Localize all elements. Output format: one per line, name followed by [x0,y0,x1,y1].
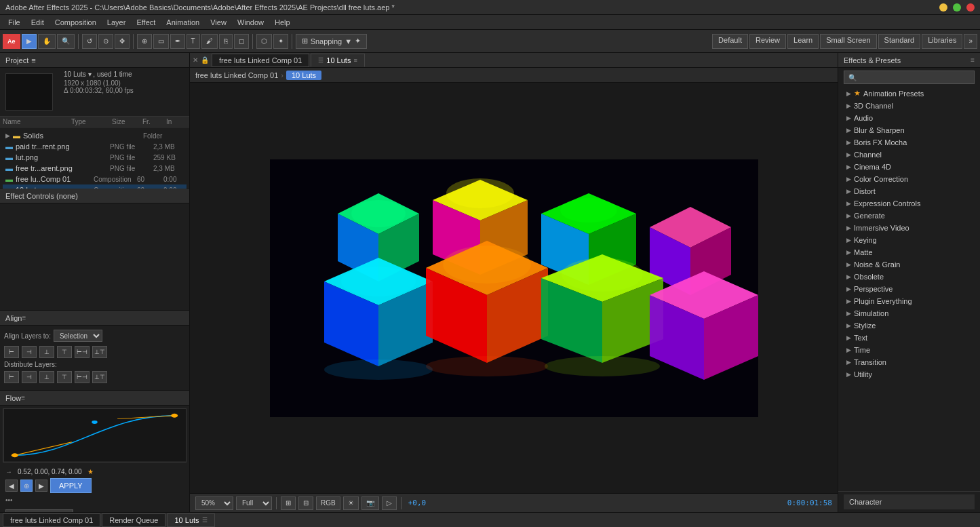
dist-bottom-btn[interactable]: ⊥⊤ [92,371,107,383]
eraser-tool[interactable]: ◻ [234,34,249,49]
selection-tool[interactable]: ▶ [22,34,37,49]
preset-add-btn[interactable]: + [76,511,81,512]
file-lut[interactable]: ▬ lut.png PNG file 259 KB [3,152,187,163]
roto-tool[interactable]: ⬡ [256,34,272,49]
rotate-tool[interactable]: ↺ [82,34,97,49]
preview-toggle-btn[interactable]: ▷ [382,496,397,510]
workspace-libraries[interactable]: Libraries [922,34,962,49]
menu-layer[interactable]: Layer [102,17,132,28]
effect-time[interactable]: ▶ Time [838,344,980,356]
preset-select[interactable]: default [5,509,73,512]
comp-tab-linked[interactable]: free luts Linked Comp 01 [212,54,309,67]
timeline-tab-10luts[interactable]: 10 Luts ☰ [167,513,214,527]
comp-tab-close-icon[interactable]: ✕ [193,56,198,64]
breadcrumb-linked[interactable]: free luts Linked Comp 01 [195,71,278,79]
menu-effect[interactable]: Effect [131,17,161,28]
align-top-btn[interactable]: ⊤ [57,346,72,358]
effect-immersive[interactable]: ▶ Immersive Video [838,222,980,234]
effect-expression[interactable]: ▶ Expression Controls [838,197,980,210]
effect-boris[interactable]: ▶ Boris FX Mocha [838,136,980,149]
workspace-more[interactable]: » [964,34,977,49]
exposure-btn[interactable]: ☀ [343,496,359,510]
file-freelucomp[interactable]: ▬ free lu..Comp 01 Composition 60 0:00 [3,174,187,184]
file-free-tr[interactable]: ▬ free tr...arent.png PNG file 2,3 MB [3,163,187,174]
flow-graph[interactable] [3,408,187,463]
zoom-select[interactable]: 50% 100% 200% [195,496,233,510]
flow-prev-btn[interactable]: ◀ [5,480,18,492]
effect-obsolete[interactable]: ▶ Obsolete [838,271,980,283]
dist-top-btn[interactable]: ⊤ [57,371,72,383]
anchor-tool[interactable]: ⊕ [137,34,152,49]
effect-matte[interactable]: ▶ Matte [838,246,980,258]
menu-window[interactable]: Window [232,17,269,28]
text-tool[interactable]: T [187,34,200,49]
flow-apply-btn[interactable]: APPLY [50,478,92,493]
align-right-btn[interactable]: ⊥ [39,346,54,358]
flow-center-btn[interactable]: ⊕ [20,480,33,492]
workspace-default[interactable]: Default [712,34,748,49]
pan-tool[interactable]: ✥ [115,34,130,49]
effect-noise[interactable]: ▶ Noise & Grain [838,258,980,271]
workspace-standard[interactable]: Standard [878,34,921,49]
align-to-select[interactable]: Selection [54,330,102,342]
effect-cinema4d[interactable]: ▶ Cinema 4D [838,161,980,173]
menu-file[interactable]: File [3,17,26,28]
comp-tab-close-btn[interactable]: ≡ [353,57,357,64]
align-left-btn[interactable]: ⊢ [4,346,19,358]
menu-view[interactable]: View [205,17,232,28]
preset-del-btn[interactable]: 🗑 [84,511,92,512]
menu-help[interactable]: Help [269,17,296,28]
dist-left-btn[interactable]: ⊢ [4,371,19,383]
align-menu-btn[interactable]: ≡ [22,314,26,321]
effect-animation-presets[interactable]: ▶ ★ Animation Presets [838,87,980,100]
dist-center-v-btn[interactable]: ⊢⊣ [75,371,90,383]
effects-search-input[interactable] [844,71,975,84]
comp-tab-10luts[interactable]: ☰ 10 Luts ≡ [311,54,364,67]
flow-next-btn[interactable]: ▶ [35,480,47,492]
effect-stylize[interactable]: ▶ Stylize [838,319,980,332]
file-solids[interactable]: ▶ ▬ Solids Folder [3,130,187,141]
brush-tool[interactable]: 🖌 [201,34,218,49]
channel-btn[interactable]: RGB [316,496,340,510]
flow-menu-btn[interactable]: ≡ [21,394,25,402]
zoom-tool[interactable]: 🔍 [57,34,75,49]
menu-edit[interactable]: Edit [26,17,50,28]
pen-tool[interactable]: ✒ [170,34,185,49]
workspace-review[interactable]: Review [749,34,786,49]
breadcrumb-10luts[interactable]: 10 Luts [286,71,321,80]
quality-select[interactable]: Full Half Third [236,496,272,510]
effect-utility[interactable]: ▶ Utility [838,368,980,380]
effect-transition[interactable]: ▶ Transition [838,356,980,368]
snap-comp-btn[interactable]: 📷 [361,496,379,510]
timeline-tab-linked[interactable]: free luts Linked Comp 01 [3,513,100,527]
effect-simulation[interactable]: ▶ Simulation [838,307,980,319]
effect-text[interactable]: ▶ Text [838,332,980,344]
clone-tool[interactable]: ⎘ [219,34,233,49]
puppet-tool[interactable]: ✦ [273,34,288,49]
snapping-button[interactable]: ⊞ Snapping ▼ ✦ [296,34,367,49]
preset-menu-btn[interactable]: ⚙ [95,511,102,512]
flow-star-btn[interactable]: ★ [87,468,94,475]
align-center-v-btn[interactable]: ⊢⊣ [75,346,90,358]
align-center-h-btn[interactable]: ⊣ [22,346,37,358]
timeline-tab-renderqueue[interactable]: Render Queue [102,513,165,527]
maximize-btn[interactable] [953,3,961,12]
project-menu-btn[interactable]: ≡ [31,56,35,64]
effects-menu-btn[interactable]: ≡ [971,56,975,64]
workspace-learn[interactable]: Learn [787,34,819,49]
effect-audio[interactable]: ▶ Audio [838,112,980,124]
shape-tool[interactable]: ▭ [153,34,169,49]
close-btn[interactable] [966,3,975,12]
workspace-smallscreen[interactable]: Small Screen [820,34,876,49]
effect-3dchannel[interactable]: ▶ 3D Channel [838,100,980,112]
effect-blur[interactable]: ▶ Blur & Sharpen [838,124,980,136]
effect-color[interactable]: ▶ Color Correction [838,173,980,185]
dist-center-h-btn[interactable]: ⊣ [22,371,37,383]
menu-composition[interactable]: Composition [50,17,102,28]
align-bottom-btn[interactable]: ⊥⊤ [92,346,107,358]
effect-channel[interactable]: ▶ Channel [838,149,980,161]
minimize-btn[interactable] [939,3,947,12]
menu-animation[interactable]: Animation [161,17,205,28]
effect-generate[interactable]: ▶ Generate [838,210,980,222]
roi-btn[interactable]: ⊞ [281,496,296,510]
